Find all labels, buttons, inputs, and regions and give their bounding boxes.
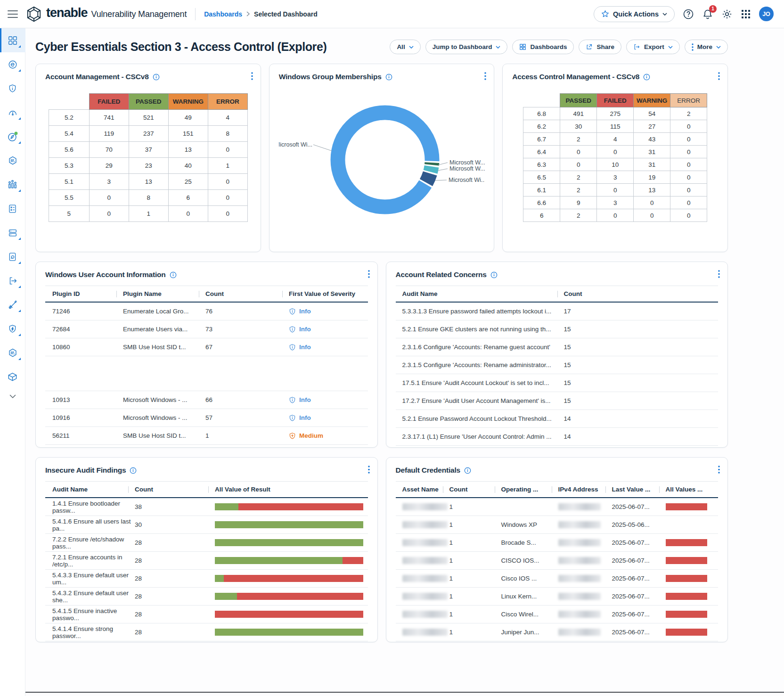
table-row[interactable]: 7.2.2 Ensure /etc/shadow pass...28 (45, 534, 368, 552)
table-row[interactable]: 2.3.17.1 (L1) Ensure 'User Account Contr… (396, 428, 719, 446)
matrix-cell[interactable]: 31 (634, 146, 670, 158)
table-row[interactable]: 5.4.1.6 Ensure all users last pa...30 (45, 516, 368, 534)
donut-segment[interactable] (338, 113, 432, 207)
table-row[interactable]: 5.2.1 Ensure GKE clusters are not runnin… (396, 320, 719, 338)
matrix-cell[interactable]: 8 (208, 126, 247, 142)
sidebar-item-attack-surface[interactable] (0, 317, 25, 341)
table-row[interactable]: 56211SMB Use Host SID t...1 Medium (45, 427, 368, 445)
matrix-cell[interactable]: 2 (560, 209, 597, 222)
table-row[interactable]: 7.2.1 Ensure accounts in /etc/p...28 (45, 552, 368, 570)
matrix-cell[interactable]: 275 (597, 107, 634, 120)
severity-link[interactable]: Info (289, 326, 368, 333)
severity-link[interactable]: Info (289, 344, 368, 351)
matrix-cell[interactable]: 6 (168, 190, 208, 206)
table-row[interactable]: 17.2.7 Ensure 'Audit User Account Manage… (396, 392, 719, 410)
matrix-cell[interactable]: 2 (560, 184, 597, 197)
matrix-cell[interactable]: 4 (597, 133, 634, 146)
breadcrumb-dashboards-link[interactable]: Dashboards (204, 10, 242, 18)
matrix-cell[interactable]: 10 (597, 158, 634, 171)
panel-menu-kebab[interactable] (368, 466, 370, 474)
matrix-cell[interactable]: 0 (597, 184, 634, 197)
matrix-cell[interactable]: 151 (168, 126, 208, 142)
settings-gear-button[interactable] (721, 8, 733, 20)
matrix-cell[interactable]: 0 (597, 146, 634, 158)
matrix-cell[interactable]: 0 (670, 209, 707, 222)
matrix-cell[interactable]: 9 (560, 197, 597, 209)
dashboards-button[interactable]: Dashboards (512, 40, 574, 54)
sidebar-item-export[interactable] (0, 269, 25, 293)
app-switcher-grid-button[interactable] (741, 9, 751, 19)
table-row[interactable]: 1Cisco Wirel...2025-06-07... (396, 606, 719, 623)
matrix-cell[interactable]: 0 (670, 197, 707, 209)
sidebar-item-explore[interactable] (0, 52, 25, 76)
table-row[interactable]: 5.4.3.3 Ensure default user um...28 (45, 570, 368, 588)
matrix-cell[interactable]: 0 (208, 142, 247, 158)
sidebar-item-reports[interactable] (0, 172, 25, 197)
matrix-cell[interactable]: 70 (89, 142, 129, 158)
filter-all-button[interactable]: All (390, 40, 420, 54)
matrix-cell[interactable]: 0 (670, 133, 707, 146)
panel-menu-kebab[interactable] (718, 466, 720, 474)
sidebar-item-dashboards[interactable] (0, 28, 25, 52)
sidebar-item-tools[interactable] (0, 293, 25, 317)
info-icon[interactable] (130, 467, 137, 474)
panel-menu-kebab[interactable] (368, 270, 370, 278)
info-icon[interactable] (490, 271, 498, 278)
matrix-cell[interactable]: 0 (670, 120, 707, 133)
matrix-cell[interactable]: 1 (208, 158, 247, 174)
matrix-cell[interactable]: 0 (560, 146, 597, 158)
table-row[interactable]: 1Linux Kern...2025-06-07... (396, 588, 719, 606)
table-row[interactable]: 10860SMB Use Host SID t...67 Info (45, 338, 368, 356)
matrix-cell[interactable]: 2 (670, 107, 707, 120)
table-row[interactable]: 5.2.1 Ensure Password Account Lockout Th… (396, 410, 719, 428)
matrix-cell[interactable]: 521 (129, 110, 168, 126)
matrix-cell[interactable]: 0 (208, 206, 247, 222)
matrix-cell[interactable]: 30 (560, 120, 597, 133)
matrix-cell[interactable]: 0 (670, 158, 707, 171)
matrix-cell[interactable]: 43 (634, 133, 670, 146)
sidebar-item-inventory[interactable] (0, 341, 25, 365)
matrix-cell[interactable]: 491 (560, 107, 597, 120)
matrix-cell[interactable]: 54 (634, 107, 670, 120)
matrix-cell[interactable]: 0 (634, 209, 670, 222)
matrix-cell[interactable]: 29 (89, 158, 129, 174)
table-row[interactable]: 17.5.1 Ensure 'Audit Account Lockout' is… (396, 374, 719, 392)
matrix-cell[interactable]: 0 (670, 184, 707, 197)
sidebar-item-assets[interactable] (0, 148, 25, 172)
table-row[interactable]: 10913Microsoft Windows - ...66 Info (45, 391, 368, 409)
sidebar-item-packages[interactable] (0, 365, 25, 389)
matrix-cell[interactable]: 237 (129, 126, 168, 142)
sidebar-item-findings[interactable] (0, 76, 25, 100)
matrix-cell[interactable]: 0 (208, 174, 247, 190)
notifications-bell-button[interactable]: 1 (702, 8, 713, 20)
donut-chart[interactable]: Microsoft Wi... Microsoft W... Microsoft… (279, 82, 485, 228)
share-button[interactable]: Share (579, 40, 621, 54)
matrix-cell[interactable]: 3 (597, 171, 634, 184)
table-row[interactable]: 1Brocade S...2025-06-07... (396, 534, 719, 552)
table-row[interactable]: 2.3.1.5 Configure 'Accounts: Rename admi… (396, 356, 719, 374)
matrix-cell[interactable]: 25 (168, 174, 208, 190)
table-row[interactable]: 71246Enumerate Local Gro...76 Info (45, 303, 368, 320)
panel-menu-kebab[interactable] (251, 72, 253, 80)
info-icon[interactable] (643, 74, 650, 81)
sidebar-item-audits[interactable] (0, 197, 25, 221)
matrix-cell[interactable]: 0 (597, 209, 634, 222)
user-avatar[interactable]: JO (759, 7, 774, 21)
matrix-cell[interactable]: 0 (670, 171, 707, 184)
matrix-cell[interactable]: 40 (168, 158, 208, 174)
jump-to-dashboard-button[interactable]: Jump to Dashboard (425, 40, 508, 54)
severity-link[interactable]: Info (289, 396, 368, 404)
matrix-cell[interactable]: 8 (129, 190, 168, 206)
matrix-cell[interactable]: 13 (634, 184, 670, 197)
hamburger-menu-icon[interactable] (8, 10, 18, 18)
sidebar-item-gauge[interactable] (0, 100, 25, 124)
severity-link[interactable]: Info (289, 414, 368, 422)
severity-link[interactable]: Medium (289, 432, 368, 440)
matrix-cell[interactable]: 31 (634, 158, 670, 171)
sidebar-collapse-button[interactable] (0, 390, 25, 403)
panel-menu-kebab[interactable] (718, 72, 720, 80)
table-row[interactable]: 72684Enumerate Users via...73 Info (45, 320, 368, 338)
matrix-cell[interactable]: 115 (597, 120, 634, 133)
table-row[interactable]: 5.4.1.5 Ensure inactive passwo...28 (45, 606, 368, 623)
table-row[interactable]: 5.4.3.2 Ensure default user she...28 (45, 588, 368, 606)
